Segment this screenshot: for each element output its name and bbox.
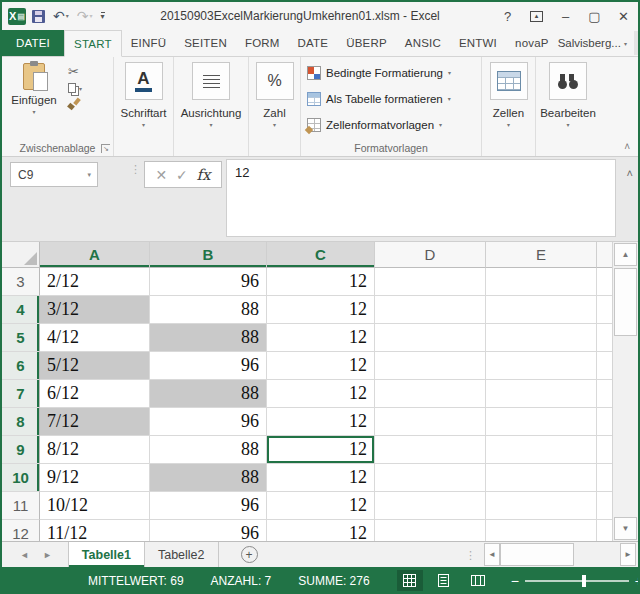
cell-c3[interactable]: 12	[267, 268, 375, 296]
cell-b8[interactable]: 96	[150, 408, 267, 436]
row-header-6[interactable]: 6	[2, 352, 40, 380]
cell-e10[interactable]	[486, 464, 597, 492]
ribbon-tab-ansic[interactable]: ANSIC	[396, 30, 450, 56]
help-button[interactable]: ?	[493, 5, 522, 27]
minimize-button[interactable]: –	[551, 5, 580, 27]
page-layout-view-button[interactable]	[431, 570, 457, 591]
cell-b11[interactable]: 96	[150, 492, 267, 520]
row-header-9[interactable]: 9	[2, 436, 40, 464]
cell-a11[interactable]: 10/12	[40, 492, 150, 520]
copy-dropdown-icon[interactable]: ▾	[79, 86, 82, 92]
scroll-up-button[interactable]: ▲	[614, 243, 637, 266]
cell-c7[interactable]: 12	[267, 380, 375, 408]
add-sheet-button[interactable]: +	[241, 546, 258, 563]
format-as-table-button[interactable]: Als Tabelle formatieren ▾	[307, 86, 477, 111]
insert-function-icon[interactable]: fx	[197, 166, 211, 184]
cell-b12[interactable]: 96	[150, 520, 267, 541]
enter-icon[interactable]: ✓	[176, 167, 188, 183]
zoom-in-button[interactable]: +	[629, 573, 640, 589]
row-header-8[interactable]: 8	[2, 408, 40, 436]
cell-b4[interactable]: 88	[150, 296, 267, 324]
customize-qat-icon[interactable]: ▾	[101, 12, 105, 20]
ribbon-tab-berp[interactable]: ÜBERP	[337, 30, 396, 56]
cell-c12[interactable]: 12	[267, 520, 375, 541]
normal-view-button[interactable]	[397, 570, 423, 591]
account-menu[interactable]: Salvisberg... ▾	[558, 30, 640, 56]
ribbon-tab-form[interactable]: FORM	[236, 30, 289, 56]
zoom-slider[interactable]	[525, 580, 629, 582]
row-header-3[interactable]: 3	[2, 268, 40, 296]
row-header-7[interactable]: 7	[2, 380, 40, 408]
formula-input[interactable]: 12	[226, 159, 616, 237]
scroll-down-button[interactable]: ▼	[614, 517, 637, 540]
zoom-out-button[interactable]: −	[505, 573, 525, 589]
close-button[interactable]: ✕	[609, 5, 638, 27]
undo-dropdown-icon[interactable]: ▾	[66, 13, 69, 19]
cut-button[interactable]: ✂	[68, 65, 82, 78]
cell-e11[interactable]	[486, 492, 597, 520]
cell-f9[interactable]	[597, 436, 612, 464]
ribbon-tab-start[interactable]: START	[64, 30, 122, 57]
cell-a8[interactable]: 7/12	[40, 408, 150, 436]
redo-button[interactable]: ↷▾	[75, 7, 95, 25]
cell-d12[interactable]	[375, 520, 486, 541]
cell-b6[interactable]: 96	[150, 352, 267, 380]
cell-d7[interactable]	[375, 380, 486, 408]
select-all-corner[interactable]	[2, 242, 40, 268]
cell-d4[interactable]	[375, 296, 486, 324]
cell-c5[interactable]: 12	[267, 324, 375, 352]
cell-c6[interactable]: 12	[267, 352, 375, 380]
cell-a6[interactable]: 5/12	[40, 352, 150, 380]
alignment-group-button[interactable]: Ausrichtung ▾	[174, 57, 249, 156]
prev-sheet-icon[interactable]: ◄	[20, 550, 29, 560]
collapse-ribbon-icon[interactable]: ˄	[624, 141, 630, 152]
horizontal-scroll-thumb[interactable]	[500, 543, 574, 566]
sheet-tab-tabelle1[interactable]: Tabelle1	[68, 542, 145, 567]
ribbon-tab-seiten[interactable]: SEITEN	[175, 30, 236, 56]
redo-dropdown-icon[interactable]: ▾	[89, 13, 92, 19]
cell-d3[interactable]	[375, 268, 486, 296]
collapse-formula-bar-icon[interactable]: ˄	[627, 167, 633, 179]
cell-a3[interactable]: 2/12	[40, 268, 150, 296]
cell-e12[interactable]	[486, 520, 597, 541]
ribbon-tab-entwi[interactable]: ENTWI	[450, 30, 506, 56]
conditional-formatting-button[interactable]: Bedingte Formatierung ▾	[307, 60, 477, 85]
column-header-d[interactable]: D	[375, 242, 486, 268]
sheet-tab-tabelle2[interactable]: Tabelle2	[145, 542, 219, 567]
vertical-scrollbar[interactable]: ▲ ▼	[612, 242, 638, 541]
cell-d8[interactable]	[375, 408, 486, 436]
cell-c4[interactable]: 12	[267, 296, 375, 324]
scroll-left-button[interactable]: ◄	[484, 543, 500, 566]
cell-f4[interactable]	[597, 296, 612, 324]
cell-f10[interactable]	[597, 464, 612, 492]
cell-f8[interactable]	[597, 408, 612, 436]
cell-d9[interactable]	[375, 436, 486, 464]
column-header-f-partial[interactable]	[597, 242, 612, 268]
cell-b5[interactable]: 88	[150, 324, 267, 352]
horizontal-scrollbar[interactable]: ◄ ►	[484, 543, 636, 566]
cell-c10[interactable]: 12	[267, 464, 375, 492]
number-group-button[interactable]: % Zahl ▾	[249, 57, 301, 156]
cell-f5[interactable]	[597, 324, 612, 352]
cell-f12[interactable]	[597, 520, 612, 541]
cell-f7[interactable]	[597, 380, 612, 408]
paste-dropdown-icon[interactable]: ▾	[32, 108, 35, 115]
cell-b3[interactable]: 96	[150, 268, 267, 296]
cell-styles-button[interactable]: Zellenformatvorlagen ▾	[307, 112, 477, 137]
cell-f6[interactable]	[597, 352, 612, 380]
row-header-10[interactable]: 10	[2, 464, 40, 492]
column-header-a[interactable]: A	[40, 242, 150, 268]
column-header-c[interactable]: C	[267, 242, 375, 268]
row-header-4[interactable]: 4	[2, 296, 40, 324]
ribbon-tab-novap[interactable]: novaP	[506, 30, 558, 56]
cells-group-button[interactable]: Zellen ▾	[482, 57, 536, 156]
row-header-11[interactable]: 11	[2, 492, 40, 520]
paste-button[interactable]: Einfügen ▾	[8, 61, 60, 138]
cell-e8[interactable]	[486, 408, 597, 436]
row-header-12[interactable]: 12	[2, 520, 40, 541]
cell-a10[interactable]: 9/12	[40, 464, 150, 492]
cell-d5[interactable]	[375, 324, 486, 352]
row-header-5[interactable]: 5	[2, 324, 40, 352]
cell-f3[interactable]	[597, 268, 612, 296]
column-header-e[interactable]: E	[486, 242, 597, 268]
